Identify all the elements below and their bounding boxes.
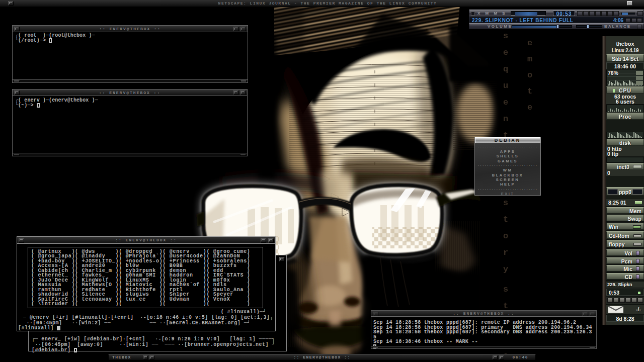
svg-text:e: e — [527, 38, 532, 48]
svg-text:t: t — [527, 86, 532, 96]
svg-text:e: e — [503, 98, 508, 107]
svg-text:o: o — [527, 70, 532, 80]
svg-text:o: o — [503, 231, 508, 241]
svg-text:s: s — [503, 198, 508, 208]
svg-text:t: t — [503, 301, 508, 311]
svg-text:s: s — [503, 31, 508, 41]
svg-text:r: r — [503, 248, 508, 257]
svg-text:m: m — [527, 54, 532, 64]
svg-text:u: u — [503, 81, 508, 90]
svg-text:e: e — [527, 103, 532, 112]
svg-text:t: t — [503, 215, 508, 224]
svg-text:s: s — [503, 285, 508, 294]
svg-text:y: y — [503, 264, 508, 274]
svg-text:e: e — [503, 48, 508, 57]
svg-text:q: q — [503, 64, 508, 74]
svg-text:n: n — [503, 114, 508, 124]
